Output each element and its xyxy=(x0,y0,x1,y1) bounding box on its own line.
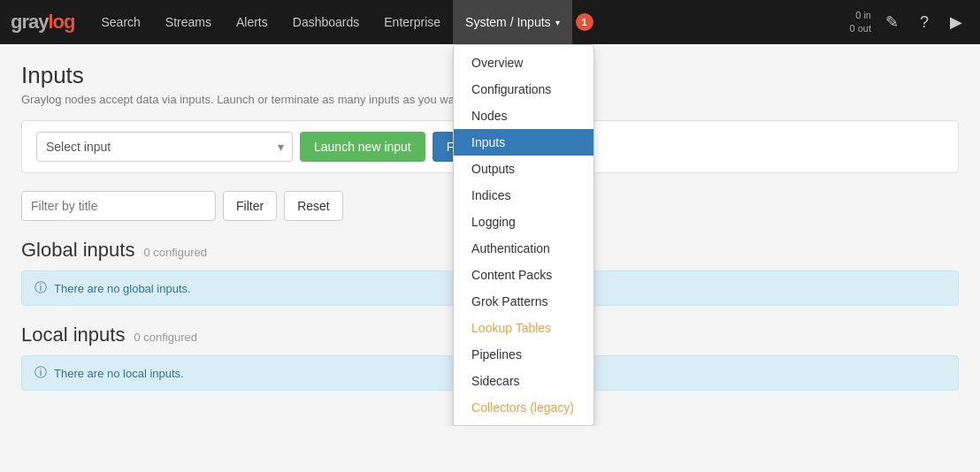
reset-button[interactable]: Reset xyxy=(284,191,343,221)
dropdown-item-pipelines[interactable]: Pipelines xyxy=(454,341,593,368)
nav-enterprise[interactable]: Enterprise xyxy=(371,0,453,44)
nav-dashboards[interactable]: Dashboards xyxy=(280,0,372,44)
local-inputs-badge: 0 configured xyxy=(134,331,197,344)
nav-alerts[interactable]: Alerts xyxy=(224,0,280,44)
select-input-wrapper: Select input ▾ xyxy=(36,132,293,162)
global-inputs-title: Global inputs xyxy=(21,239,134,262)
system-dropdown-menu: OverviewConfigurationsNodesInputsOutputs… xyxy=(453,44,594,426)
dropdown-item-configurations[interactable]: Configurations xyxy=(454,76,593,103)
launch-new-input-button[interactable]: Launch new input xyxy=(300,132,425,162)
dropdown-item-nodes[interactable]: Nodes xyxy=(454,103,593,129)
dropdown-item-collectors-legacy[interactable]: Collectors (legacy) xyxy=(454,394,593,421)
navbar: graylog Search Streams Alerts Dashboards… xyxy=(0,0,980,44)
help-icon-button[interactable]: ? xyxy=(913,10,936,35)
dropdown-item-inputs[interactable]: Inputs xyxy=(454,129,593,156)
dropdown-item-authentication[interactable]: Authentication xyxy=(454,235,593,262)
nav-badge: 1 xyxy=(576,13,593,31)
global-inputs-badge: 0 configured xyxy=(143,246,207,259)
nav-search[interactable]: Search xyxy=(88,0,152,44)
user-icon-button[interactable]: ▶ xyxy=(943,9,969,35)
nav-system-inputs-container: System / Inputs ▾ OverviewConfigurations… xyxy=(453,0,571,44)
nav-stats: 0 in 0 out xyxy=(850,9,871,36)
logo-text: graylog xyxy=(11,11,74,34)
select-input[interactable]: Select input xyxy=(36,132,293,162)
nav-streams[interactable]: Streams xyxy=(153,0,224,44)
global-inputs-empty-message: There are no global inputs. xyxy=(54,282,191,295)
nav-system-inputs[interactable]: System / Inputs ▾ xyxy=(453,0,571,44)
local-inputs-title: Local inputs xyxy=(21,324,125,346)
dropdown-item-outputs[interactable]: Outputs xyxy=(454,156,593,182)
dropdown-item-sidecars[interactable]: Sidecars xyxy=(454,368,593,394)
nav-right: 0 in 0 out ✎ ? ▶ xyxy=(850,9,969,36)
dropdown-item-indices[interactable]: Indices xyxy=(454,182,593,209)
brand-logo[interactable]: graylog xyxy=(11,11,74,34)
info-icon-2: ⓘ xyxy=(34,365,47,381)
filter-by-title-input[interactable] xyxy=(21,191,216,221)
dropdown-item-grok-patterns[interactable]: Grok Patterns xyxy=(454,288,593,315)
nav-links: Search Streams Alerts Dashboards Enterpr… xyxy=(88,0,849,44)
edit-icon-button[interactable]: ✎ xyxy=(878,9,906,35)
filter-button[interactable]: Filter xyxy=(223,191,277,221)
dropdown-item-content-packs[interactable]: Content Packs xyxy=(454,262,593,288)
dropdown-item-lookup-tables[interactable]: Lookup Tables xyxy=(454,315,593,341)
local-inputs-empty-message: There are no local inputs. xyxy=(54,367,184,380)
dropdown-caret-icon: ▾ xyxy=(555,18,560,27)
dropdown-item-overview[interactable]: Overview xyxy=(454,49,593,76)
info-icon: ⓘ xyxy=(34,280,47,296)
dropdown-item-logging[interactable]: Logging xyxy=(454,209,593,235)
